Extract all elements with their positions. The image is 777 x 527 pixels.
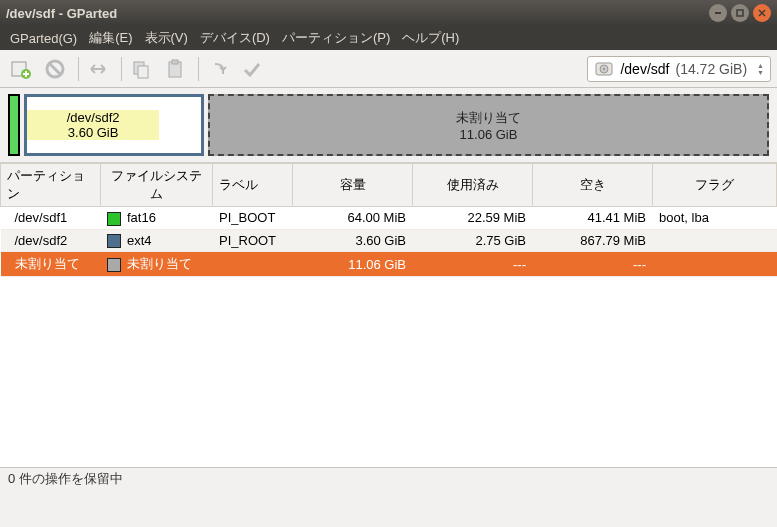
cell-partition: /dev/sdf1 (1, 207, 101, 230)
menu-gparted[interactable]: GParted(G) (4, 31, 83, 46)
col-filesystem[interactable]: ファイルシステム (101, 164, 213, 207)
cell-flags (653, 252, 777, 277)
table-row[interactable]: /dev/sdf1fat16PI_BOOT64.00 MiB22.59 MiB4… (1, 207, 777, 230)
svg-rect-13 (172, 60, 178, 64)
cell-label: PI_ROOT (213, 229, 293, 252)
cell-size: 3.60 GiB (293, 229, 413, 252)
col-label[interactable]: ラベル (213, 164, 293, 207)
device-size: (14.72 GiB) (675, 61, 747, 77)
cell-size: 64.00 MiB (293, 207, 413, 230)
fs-color-swatch (107, 212, 121, 226)
window-title: /dev/sdf - GParted (6, 6, 705, 21)
hard-disk-icon (594, 59, 614, 79)
undo-button[interactable] (203, 54, 233, 84)
col-flags[interactable]: フラグ (653, 164, 777, 207)
toolbar-separator (198, 57, 199, 81)
device-spin-buttons[interactable]: ▲ ▼ (757, 62, 764, 76)
toolbar-separator (78, 57, 79, 81)
svg-point-16 (603, 68, 605, 70)
table-row[interactable]: 未割り当て未割り当て11.06 GiB------ (1, 252, 777, 277)
window-maximize-button[interactable] (731, 4, 749, 22)
window-close-button[interactable] (753, 4, 771, 22)
svg-line-9 (49, 63, 61, 75)
chevron-up-icon: ▲ (757, 62, 764, 69)
col-used[interactable]: 使用済み (413, 164, 533, 207)
status-bar: 0 件の操作を保留中 (0, 467, 777, 489)
menu-view[interactable]: 表示(V) (139, 29, 194, 47)
cell-used: 2.75 GiB (413, 229, 533, 252)
cell-flags (653, 229, 777, 252)
fs-color-swatch (107, 258, 121, 272)
apply-button[interactable] (237, 54, 267, 84)
cell-used: 22.59 MiB (413, 207, 533, 230)
device-path: /dev/sdf (620, 61, 669, 77)
table-row[interactable]: /dev/sdf2ext4PI_ROOT3.60 GiB2.75 GiB867.… (1, 229, 777, 252)
cell-filesystem: ext4 (101, 229, 213, 252)
svg-rect-11 (138, 66, 148, 78)
fs-color-swatch (107, 234, 121, 248)
cell-used: --- (413, 252, 533, 277)
map-segment-size: 3.60 GiB (68, 125, 119, 140)
cell-flags: boot, lba (653, 207, 777, 230)
menubar: GParted(G) 編集(E) 表示(V) デバイス(D) パーティション(P… (0, 26, 777, 50)
cell-label: PI_BOOT (213, 207, 293, 230)
delete-partition-button[interactable] (40, 54, 70, 84)
copy-button[interactable] (126, 54, 156, 84)
col-size[interactable]: 容量 (293, 164, 413, 207)
map-unallocated-size: 11.06 GiB (460, 127, 518, 142)
map-segment-sdf1[interactable] (8, 94, 20, 156)
menu-edit[interactable]: 編集(E) (83, 29, 138, 47)
cell-partition: /dev/sdf2 (1, 229, 101, 252)
window-minimize-button[interactable] (709, 4, 727, 22)
menu-device[interactable]: デバイス(D) (194, 29, 276, 47)
disk-map: /dev/sdf2 3.60 GiB 未割り当て 11.06 GiB (0, 88, 777, 162)
resize-move-button[interactable] (83, 54, 113, 84)
cell-free: --- (533, 252, 653, 277)
titlebar: /dev/sdf - GParted (0, 0, 777, 26)
new-partition-button[interactable] (6, 54, 36, 84)
cell-filesystem: fat16 (101, 207, 213, 230)
svg-rect-1 (737, 10, 743, 16)
map-segment-unallocated[interactable]: 未割り当て 11.06 GiB (208, 94, 769, 156)
map-segment-sdf2[interactable]: /dev/sdf2 3.60 GiB (24, 94, 204, 156)
chevron-down-icon: ▼ (757, 69, 764, 76)
cell-label (213, 252, 293, 277)
partition-table: パーティション ファイルシステム ラベル 容量 使用済み 空き フラグ /dev… (0, 163, 777, 277)
cell-partition: 未割り当て (1, 252, 101, 277)
map-segment-name: /dev/sdf2 (67, 110, 120, 125)
col-partition[interactable]: パーティション (1, 164, 101, 207)
menu-help[interactable]: ヘルプ(H) (396, 29, 465, 47)
cell-size: 11.06 GiB (293, 252, 413, 277)
device-selector[interactable]: /dev/sdf (14.72 GiB) ▲ ▼ (587, 56, 771, 82)
menu-partition[interactable]: パーティション(P) (276, 29, 396, 47)
paste-button[interactable] (160, 54, 190, 84)
toolbar: /dev/sdf (14.72 GiB) ▲ ▼ (0, 50, 777, 88)
cell-free: 41.41 MiB (533, 207, 653, 230)
col-free[interactable]: 空き (533, 164, 653, 207)
map-unallocated-label: 未割り当て (456, 109, 521, 127)
status-text: 0 件の操作を保留中 (8, 470, 123, 488)
cell-filesystem: 未割り当て (101, 252, 213, 277)
cell-free: 867.79 MiB (533, 229, 653, 252)
toolbar-separator (121, 57, 122, 81)
